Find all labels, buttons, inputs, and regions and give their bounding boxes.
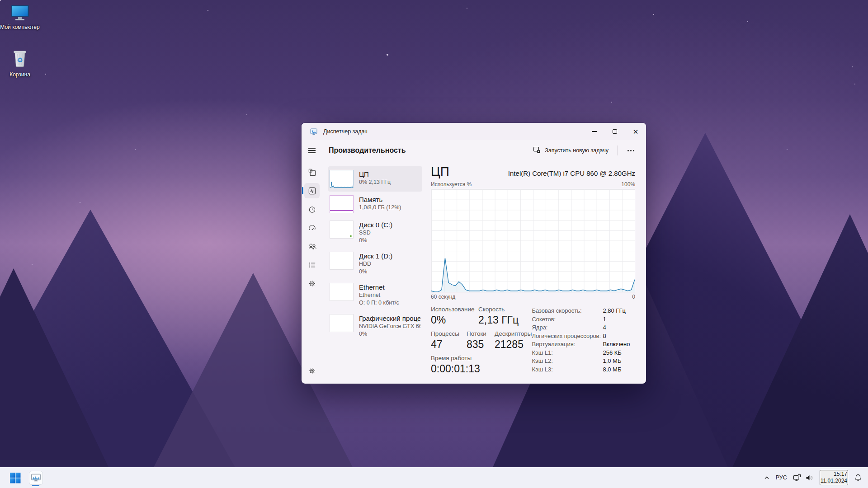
speaker-icon [805,474,814,482]
uptime-value: 0:00:01:13 [431,363,480,375]
sidebar-item-settings[interactable] [304,363,320,378]
usage-value: 0% [431,314,478,326]
run-new-task-button[interactable]: Запустить новую задачу [529,143,613,158]
list-item-disk1[interactable]: Диск 1 (D:) HDD 0% [328,248,422,279]
list-item-cpu[interactable]: ЦП 0% 2,13 ГГц [328,166,422,192]
detail-value: 4 [603,324,606,332]
threads-value: 835 [467,338,495,351]
startup-gauge-icon [308,224,316,232]
history-icon [308,205,316,214]
header: Производительность Запустить новую задач… [302,140,646,161]
detail-label: Ядра: [532,324,603,332]
desktop-icon-label: Корзина [0,71,40,78]
taskbar-date: 11.01.2024 [821,478,847,484]
desktop: Мой компьютер ♻ Корзина [0,0,868,488]
list-item-disk0[interactable]: Диск 0 (C:) SSD 0% [328,217,422,248]
settings-gear-icon [308,366,316,375]
tray-chevron-button[interactable] [764,475,770,481]
sidebar-item-processes[interactable] [304,164,320,180]
performance-resource-list: ЦП 0% 2,13 ГГц Память 1,0/8,0 ГБ (12%) [322,161,426,384]
desktop-icon-recycle-bin[interactable]: ♻ Корзина [0,47,40,78]
list-item-sub: Ethernet [359,291,399,299]
memory-mini-chart [330,195,354,213]
users-icon [308,242,316,251]
list-item-title: ЦП [359,170,391,178]
notifications-button[interactable] [854,474,862,482]
run-new-task-label: Запустить новую задачу [545,147,609,154]
minimize-button[interactable] [584,123,604,140]
speed-label: Скорость [478,306,519,313]
chart-x-right: 0 [632,294,635,300]
start-button[interactable] [6,469,24,487]
disk1-mini-chart [330,252,354,270]
new-task-icon [533,146,541,155]
detail-value: 2,80 ГГц [603,307,625,315]
sidebar-item-details[interactable] [304,257,320,272]
list-item-sub: NVIDIA GeForce GTX 660 [359,323,420,330]
list-item-memory[interactable]: Память 1,0/8,0 ГБ (12%) [328,192,422,217]
navigation-menu-button[interactable] [302,141,322,160]
language-indicator[interactable]: РУС [776,474,787,481]
list-item-ethernet[interactable]: Ethernet Ethernet О: 0 П: 0 кбит/с [328,279,422,310]
detail-label: Виртуализация: [532,340,603,349]
list-item-gpu[interactable]: Графический процессор NVIDIA GeForce GTX… [328,310,422,342]
chevron-up-icon [764,475,770,481]
sidebar-item-app-history[interactable] [304,202,320,217]
list-item-sub: SSD [359,229,392,237]
list-item-sub: 0% [359,330,420,338]
maximize-button[interactable] [604,123,625,140]
active-app-indicator [32,485,39,486]
threads-label: Потоки [467,330,495,337]
sidebar-item-performance[interactable] [304,183,320,198]
sidebar-item-startup-apps[interactable] [304,220,320,235]
wallpaper-stars [0,0,1,1]
list-item-title: Графический процессор [359,314,420,323]
desktop-icon-label: Мой компьютер [0,24,40,31]
speed-value: 2,13 ГГц [478,314,519,326]
taskbar: РУС 15:17 11.01.2024 [0,467,868,488]
close-button[interactable]: ✕ [625,123,646,140]
detail-value: 1 [603,315,606,324]
taskbar-clock[interactable]: 15:17 11.01.2024 [820,470,848,485]
list-item-sub: О: 0 П: 0 кбит/с [359,299,399,307]
network-icon [793,474,802,482]
list-item-title: Память [359,195,401,204]
processes-icon [308,168,316,177]
detail-label: Кэш L1: [532,349,603,357]
windows-logo-icon [9,472,21,483]
uptime-label: Время работы [431,355,480,361]
cpu-usage-chart [431,189,635,292]
detail-value: 1,0 МБ [603,357,621,366]
list-item-sub: 0% [359,268,392,276]
chart-x-left: 60 секунд [431,294,455,300]
detail-label: Кэш L3: [532,366,603,374]
detail-value: 256 КБ [603,349,621,357]
sidebar-item-services[interactable] [304,276,320,291]
ethernet-mini-chart [330,283,354,301]
titlebar[interactable]: Диспетчер задач ✕ [302,123,646,140]
taskbar-task-manager-button[interactable] [27,469,45,487]
tray-status-icons[interactable] [793,474,814,482]
cpu-panel: ЦП Intel(R) Core(TM) i7 CPU 860 @ 2.80GH… [426,161,646,384]
more-options-button[interactable] [622,147,640,154]
chart-y-max: 100% [621,181,635,188]
list-item-sub: 0% [359,237,392,244]
list-item-sub: 1,0/8,0 ГБ (12%) [359,204,401,211]
services-gear-icon [308,279,316,288]
gpu-mini-chart [330,314,354,332]
sidebar-item-users[interactable] [304,239,320,254]
details-list-icon [308,261,316,269]
bell-icon [854,474,862,482]
svg-text:♻: ♻ [17,56,23,64]
task-manager-taskbar-icon [29,471,43,485]
list-item-title: Ethernet [359,283,399,291]
detail-label: Логических процессоров: [532,332,603,341]
recycle-bin-icon: ♻ [11,62,29,70]
detail-label: Сокетов: [532,315,603,324]
cpu-details: Базовая скорость:2,80 ГГц Сокетов:1 Ядра… [532,306,635,379]
window-controls: ✕ [584,123,646,140]
task-manager-window: Диспетчер задач ✕ Производительность [302,123,646,384]
desktop-icon-my-computer[interactable]: Мой компьютер [0,5,40,31]
handles-value: 21285 [495,338,532,351]
cpu-stats: Использование 0% Скорость 2,13 ГГц Проце… [431,306,532,379]
